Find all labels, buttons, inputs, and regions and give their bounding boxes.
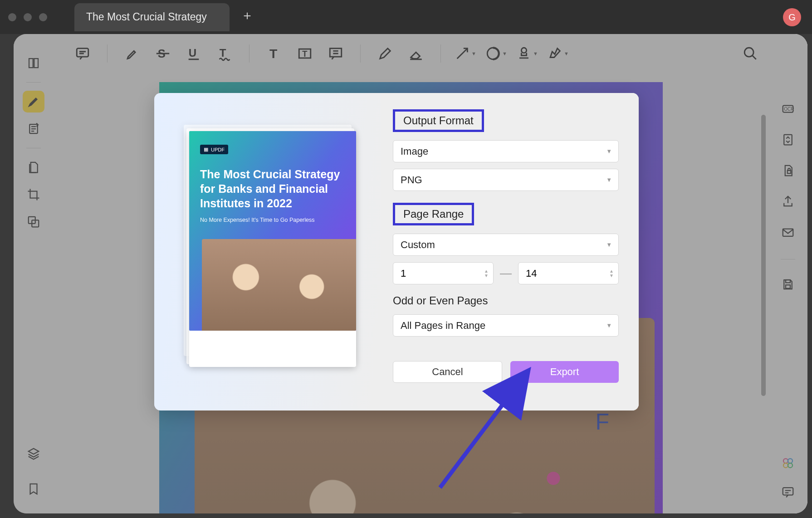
sidebar-right: OCR <box>768 34 807 513</box>
svg-text:U: U <box>189 47 196 59</box>
new-tab-button[interactable] <box>242 10 252 24</box>
output-ext-value: PNG <box>401 174 422 186</box>
page-range-label: Page Range <box>393 203 474 225</box>
callout-icon[interactable] <box>325 43 347 64</box>
range-from-input[interactable]: 1 ▲▼ <box>393 262 494 284</box>
range-to-input[interactable]: 14 ▲▼ <box>518 262 619 284</box>
output-format-label: Output Format <box>393 109 484 132</box>
underline-icon[interactable]: U <box>183 43 205 64</box>
pencil-icon[interactable] <box>374 43 396 64</box>
range-from-value: 1 <box>401 268 406 279</box>
output-type-select[interactable]: Image ▼ <box>393 140 619 162</box>
svg-text:T: T <box>220 47 226 59</box>
scrollbar[interactable] <box>761 115 767 509</box>
stepper-icon[interactable]: ▲▼ <box>609 265 614 281</box>
protect-icon[interactable] <box>781 164 795 179</box>
export-preview: ▦ UPDF The Most Crucial Strategy for Ban… <box>154 93 381 410</box>
squiggly-icon[interactable]: T <box>214 43 235 64</box>
avatar[interactable]: G <box>783 8 801 26</box>
maximize-window-icon[interactable] <box>39 13 47 21</box>
svg-rect-19 <box>788 171 791 173</box>
range-mode-value: Custom <box>401 239 435 251</box>
separator <box>781 259 795 259</box>
svg-rect-27 <box>783 488 793 495</box>
sidebar-left <box>14 34 54 513</box>
separator <box>440 44 441 63</box>
separator <box>26 82 41 83</box>
strikethrough-icon[interactable]: S <box>152 43 174 64</box>
svg-rect-22 <box>786 285 790 288</box>
svg-rect-12 <box>330 49 342 57</box>
preview-logo: ▦ UPDF <box>200 145 228 154</box>
save-icon[interactable] <box>781 278 795 293</box>
svg-text:OCR: OCR <box>784 107 794 112</box>
svg-rect-3 <box>77 49 88 57</box>
range-to-value: 14 <box>526 268 537 279</box>
odd-even-value: All Pages in Range <box>401 320 485 332</box>
export-form: Output Format Image ▼ PNG ▼ Page Range C… <box>381 93 639 410</box>
comment-icon[interactable] <box>72 43 93 64</box>
pages-tool[interactable] <box>23 156 44 178</box>
export-dialog: ▦ UPDF The Most Crucial Strategy for Ban… <box>154 93 639 410</box>
annotation-toolbar: S U T T T ▼ ▼ ▼ ▼ <box>54 34 768 73</box>
textbox-icon[interactable]: T <box>294 43 316 64</box>
output-type-value: Image <box>401 146 428 157</box>
separator <box>360 44 361 63</box>
minimize-window-icon[interactable] <box>24 13 32 21</box>
marker-icon[interactable] <box>121 43 143 64</box>
chevron-down-icon: ▼ <box>606 176 612 183</box>
stepper-icon[interactable]: ▲▼ <box>484 265 489 281</box>
range-mode-select[interactable]: Custom ▼ <box>393 234 619 256</box>
avatar-initial: G <box>788 12 796 23</box>
close-window-icon[interactable] <box>8 13 16 21</box>
chevron-down-icon: ▼ <box>606 241 612 248</box>
text-icon[interactable]: T <box>263 43 285 64</box>
svg-text:T: T <box>302 49 308 59</box>
highlighter-tool[interactable] <box>23 91 44 112</box>
stamp-icon[interactable]: ▼ <box>516 43 538 64</box>
preview-photo <box>202 239 356 331</box>
arrow-icon[interactable]: ▼ <box>455 43 476 64</box>
odd-even-select[interactable]: All Pages in Range ▼ <box>393 314 619 337</box>
svg-rect-18 <box>784 135 792 145</box>
range-dash: — <box>500 266 512 280</box>
svg-point-25 <box>783 463 788 468</box>
eraser-icon[interactable] <box>405 43 427 64</box>
titlebar: The Most Crucial Strategy G <box>0 0 812 34</box>
export-button[interactable]: Export <box>510 361 619 383</box>
svg-point-15 <box>744 48 753 57</box>
tab-bar: The Most Crucial Strategy <box>74 0 252 34</box>
window-controls <box>8 13 47 21</box>
svg-rect-20 <box>783 229 793 236</box>
chat-icon[interactable] <box>781 485 795 501</box>
svg-point-23 <box>783 459 788 463</box>
svg-text:T: T <box>269 46 277 61</box>
flower-icon[interactable] <box>781 456 795 472</box>
chevron-down-icon: ▼ <box>606 148 612 155</box>
tab-document[interactable]: The Most Crucial Strategy <box>74 3 230 31</box>
share-icon[interactable] <box>781 195 795 210</box>
notes-tool[interactable] <box>23 118 44 140</box>
cancel-button[interactable]: Cancel <box>393 361 502 383</box>
app-window: S U T T T ▼ ▼ ▼ ▼ F <box>14 34 807 513</box>
search-icon[interactable] <box>739 43 761 64</box>
convert-icon[interactable] <box>781 133 795 148</box>
reader-tool[interactable] <box>23 52 44 74</box>
separator <box>26 148 41 148</box>
bookmark-tool[interactable] <box>23 478 44 500</box>
scroll-thumb[interactable] <box>761 115 766 396</box>
shape-icon[interactable]: ▼ <box>485 43 507 64</box>
separator <box>249 44 249 63</box>
output-ext-select[interactable]: PNG ▼ <box>393 169 619 191</box>
compare-tool[interactable] <box>23 211 44 233</box>
email-icon[interactable] <box>781 225 795 241</box>
odd-even-label: Odd or Even Pages <box>393 294 619 307</box>
ocr-icon[interactable]: OCR <box>781 102 795 117</box>
page-side-letter: F <box>595 409 609 435</box>
separator <box>107 44 108 63</box>
layers-tool[interactable] <box>23 443 44 464</box>
signature-icon[interactable]: ▼ <box>547 43 569 64</box>
svg-point-24 <box>788 459 792 463</box>
crop-tool[interactable] <box>23 184 44 205</box>
preview-title: The Most Crucial Strategy for Banks and … <box>200 167 345 210</box>
